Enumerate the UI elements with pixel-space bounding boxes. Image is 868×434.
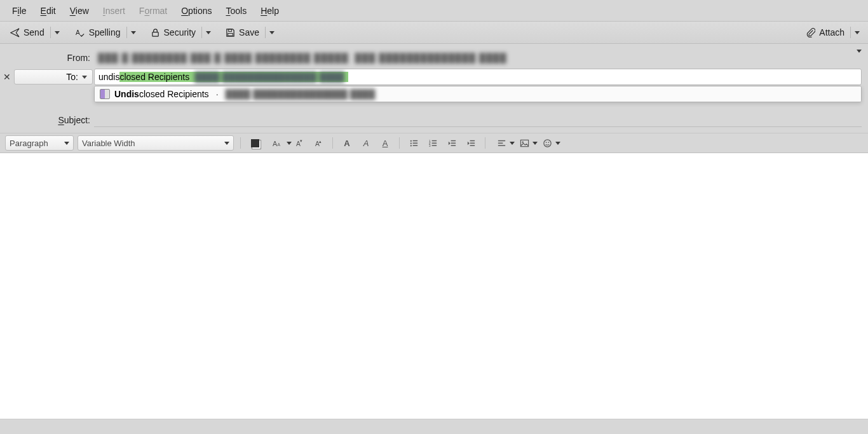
from-identity-picker[interactable]: ███ █ ████████ ███ █ ████ ████████ █████… [94, 51, 868, 64]
svg-rect-31 [520, 140, 528, 146]
svg-text:▴: ▴ [319, 139, 322, 143]
indent-button[interactable] [463, 135, 478, 151]
autocomplete-redacted: ████ ███████████████ ████ [226, 89, 376, 99]
svg-rect-21 [431, 145, 437, 146]
menu-options[interactable]: Options [174, 3, 219, 18]
chevron-down-icon [555, 142, 560, 145]
message-headers: From: ███ █ ████████ ███ █ ████ ████████… [0, 44, 868, 133]
font-family-label: Variable Width [82, 139, 135, 148]
svg-rect-22 [451, 140, 456, 140]
lock-icon [151, 28, 160, 37]
text-color-button[interactable] [247, 135, 262, 151]
insert-emoji-button[interactable] [538, 135, 557, 151]
decrease-font-button[interactable]: A▾ [292, 135, 307, 151]
from-label: From: [0, 53, 94, 63]
from-row: From: ███ █ ████████ ███ █ ████ ████████… [0, 49, 868, 67]
to-row-controls: ✕ To: [0, 69, 94, 85]
menu-file[interactable]: File [5, 3, 34, 18]
to-field-wrap: undisclosed Recipients ████ ████████████… [94, 69, 862, 85]
font-family-select[interactable]: Variable Width [78, 135, 234, 151]
close-icon: ✕ [3, 72, 11, 82]
svg-point-12 [410, 142, 411, 144]
menu-tools[interactable]: Tools [219, 3, 254, 18]
send-button[interactable]: Send [5, 24, 50, 41]
svg-text:A: A [76, 29, 80, 36]
security-button[interactable]: Security [146, 24, 201, 41]
paragraph-style-label: Paragraph [10, 139, 48, 148]
svg-point-33 [543, 139, 550, 146]
outdent-button[interactable] [444, 135, 459, 151]
security-dropdown[interactable] [203, 24, 214, 41]
menu-edit[interactable]: Edit [34, 3, 63, 18]
menu-insert[interactable]: Insert [96, 3, 132, 18]
send-dropdown[interactable] [51, 24, 63, 41]
outdent-icon [447, 139, 457, 148]
separator [240, 137, 241, 149]
menu-help[interactable]: Help [254, 3, 286, 18]
menu-format[interactable]: Format [132, 3, 174, 18]
spelling-button[interactable]: A Spelling [71, 24, 126, 41]
to-typed-text: undis [98, 72, 119, 82]
svg-rect-11 [412, 140, 417, 140]
to-input[interactable]: undisclosed Recipients ████ ████████████… [94, 69, 862, 85]
font-size-menu-button[interactable]: AA [266, 135, 288, 151]
save-label: Save [239, 27, 259, 37]
attach-button[interactable]: Attach [801, 24, 850, 41]
chevron-down-icon [131, 31, 136, 34]
paper-plane-icon [10, 28, 20, 37]
chevron-down-icon [206, 31, 211, 34]
autocomplete-separator: · [214, 89, 221, 99]
bold-button[interactable]: A [339, 135, 355, 151]
separator [265, 27, 266, 38]
align-menu-button[interactable] [492, 135, 511, 151]
paperclip-icon [806, 28, 815, 37]
subject-label: Subject: [0, 115, 94, 125]
underline-icon: A [383, 139, 388, 148]
chevron-down-icon [224, 142, 229, 145]
chevron-down-icon [269, 31, 275, 34]
remove-recipient-button[interactable]: ✕ [0, 72, 14, 82]
svg-rect-25 [470, 140, 475, 140]
send-label: Send [24, 27, 44, 37]
menu-view[interactable]: View [63, 3, 96, 18]
number-list-button[interactable]: 123 [425, 135, 440, 151]
chevron-down-icon [855, 31, 860, 34]
underline-button[interactable]: A [377, 135, 393, 151]
subject-input[interactable] [94, 113, 862, 127]
spellcheck-icon: A [76, 28, 85, 37]
increase-font-button[interactable]: A▴ [311, 135, 326, 151]
address-type-label: To: [66, 72, 78, 82]
autocomplete-text: Undisclosed Recipients [114, 89, 209, 99]
bullet-list-button[interactable] [406, 135, 421, 151]
to-autocomplete-selection: closed Recipients ████ ███████████████ █… [119, 72, 348, 82]
svg-point-32 [522, 141, 523, 142]
attach-label: Attach [819, 27, 844, 37]
message-body-editor[interactable] [0, 153, 868, 419]
svg-text:3: 3 [428, 144, 430, 147]
save-button[interactable]: Save [220, 24, 264, 41]
chevron-down-icon [287, 142, 292, 145]
address-type-selector[interactable]: To: [14, 69, 93, 85]
insert-image-button[interactable] [515, 135, 534, 151]
attach-dropdown[interactable] [851, 24, 863, 41]
svg-rect-27 [470, 145, 475, 146]
svg-rect-19 [431, 142, 437, 143]
italic-button[interactable]: A [358, 135, 374, 151]
spelling-dropdown[interactable] [128, 24, 139, 41]
separator [485, 137, 485, 149]
autocomplete-popup: Undisclosed Recipients · ████ ██████████… [94, 86, 862, 102]
svg-point-10 [410, 140, 411, 141]
save-icon [226, 28, 235, 37]
menubar: File Edit View Insert Format Options Too… [0, 0, 868, 21]
smiley-icon [543, 139, 552, 148]
subject-row: Subject: [0, 111, 868, 129]
chevron-down-icon [857, 53, 862, 63]
indent-icon [466, 139, 476, 148]
addressbook-icon [100, 89, 110, 99]
security-label: Security [164, 27, 196, 37]
align-left-icon [497, 139, 506, 148]
separator [126, 27, 127, 38]
autocomplete-item[interactable]: Undisclosed Recipients · ████ ██████████… [95, 86, 861, 102]
paragraph-style-select[interactable]: Paragraph [5, 135, 74, 151]
save-dropdown[interactable] [266, 24, 278, 41]
